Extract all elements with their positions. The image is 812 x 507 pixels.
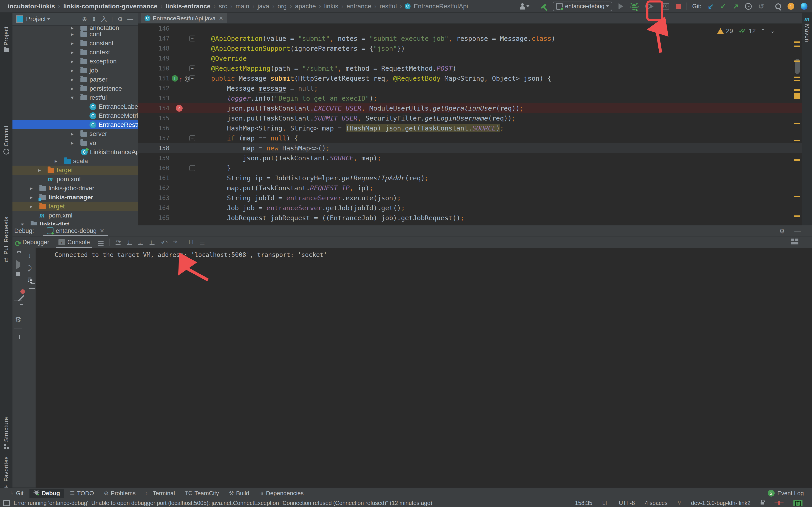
rollback-icon[interactable]: ↺ [758,2,764,11]
update-project-icon[interactable]: ↙ [708,2,714,11]
indent-setting[interactable]: 4 spaces [645,500,668,506]
gear-icon[interactable]: ⚙ [779,228,785,235]
chevron-right-icon[interactable]: ▸ [71,67,74,74]
run-config-select[interactable]: entance-debug [553,2,612,11]
stop-button[interactable] [676,4,681,9]
tree-item-context[interactable]: ▸context [12,48,138,57]
event-log-button[interactable]: 2 Event Log [768,490,804,497]
tree-item-persistence[interactable]: ▸persistence [12,84,138,93]
status-error-message[interactable]: Error running 'entance-debug': Unable to… [14,500,432,506]
fold-marker-icon[interactable]: − [189,75,195,81]
push-icon[interactable]: ↗ [733,2,739,11]
chevron-right-icon[interactable]: ▸ [71,40,74,46]
line-number[interactable]: 160 [138,163,169,173]
prev-problem-icon[interactable]: ⌃ [761,28,765,34]
tool-tab-teamcity[interactable]: TCTeamCity [181,489,223,498]
code-line-165[interactable]: 165 JobRequest jobRequest = ((EntranceJo… [138,213,802,223]
sidebar-tab-project[interactable]: Project [0,26,12,52]
chevron-down-icon[interactable]: ▾ [71,95,74,101]
code-line-156[interactable]: 156 HashMap<String, String> map = (HashM… [138,123,802,133]
file-encoding[interactable]: UTF-8 [619,500,635,506]
tool-tab-debug[interactable]: Debug [30,489,64,498]
tree-item-pom-xml[interactable]: mpom.xml [12,211,138,220]
status-console-icon[interactable] [3,500,10,506]
upgrade-icon[interactable]: ↑ [788,3,794,10]
tree-item-entrancerestfulapi[interactable]: CEntranceRestfulApi [12,120,138,129]
tree-item-target[interactable]: ▸target [12,202,138,211]
code-line-153[interactable]: 153 logger.info("Begin to get an execID"… [138,93,802,103]
tree-item-conf[interactable]: ▸conf [12,30,138,39]
run-to-cursor-icon[interactable]: ⇥ [172,239,178,245]
code-with-me-icon[interactable] [801,3,807,10]
line-number[interactable]: 165 [138,213,169,223]
chevron-right-icon[interactable]: ▸ [71,86,74,92]
settings-sliders-icon[interactable]: ⚌ [199,238,205,246]
hide-panel-icon[interactable]: — [794,228,801,235]
warning-stripe-mark[interactable] [794,159,800,161]
tree-item-server[interactable]: ▸server [12,129,138,138]
code-line-152[interactable]: 152 Message message = null; [138,83,802,93]
step-over-icon[interactable]: ↷ [115,239,121,245]
pause-icon[interactable] [16,272,20,276]
chevron-right-icon[interactable]: ▸ [30,203,33,210]
chevron-right-icon[interactable]: ▸ [55,158,57,164]
line-number[interactable]: 151 [138,73,169,83]
drop-frame-icon[interactable]: ⤺ [160,239,166,245]
line-number[interactable]: 146 [138,23,169,34]
layout-options-icon[interactable] [98,241,104,242]
history-icon[interactable] [745,3,752,10]
down-stack-icon[interactable]: ↓ [28,252,32,260]
restore-layout-icon[interactable] [791,238,798,244]
code-line-164[interactable]: 164 Job job = entranceServer.getJob(jobI… [138,203,802,213]
chevron-right-icon[interactable]: ▸ [71,131,74,137]
line-number[interactable]: 158 [138,143,169,153]
implementing-method-icon[interactable]: I [172,75,178,81]
close-icon[interactable]: ✕ [100,228,104,234]
tree-item-target[interactable]: ▸target [12,166,138,175]
breadcrumb[interactable]: incubator-linkis›linkis-computation-gove… [6,3,469,10]
close-icon[interactable]: ✕ [219,15,223,21]
build-hammer-icon[interactable] [540,5,546,7]
line-number[interactable]: 149 [138,53,169,63]
warning-stripe-mark[interactable] [794,123,800,124]
fold-marker-icon[interactable]: − [189,65,195,71]
warning-stripe-mark[interactable] [794,140,800,142]
warning-stripe-mark[interactable] [794,196,800,197]
warning-stripe-mark[interactable] [794,46,800,47]
resume-icon[interactable] [16,263,20,267]
warning-stripe-mark[interactable] [794,89,800,91]
sidebar-tab-favorites[interactable]: Favorites ★ [0,456,12,491]
warning-stripe-mark[interactable] [794,93,800,99]
debug-button[interactable] [630,1,639,11]
line-number[interactable]: 155 [138,113,169,123]
tab-console[interactable]: › Console [54,236,95,248]
breadcrumb-item[interactable]: org [278,3,287,10]
code-line-161[interactable]: 161 String ip = JobHistoryHelper.getRequ… [138,173,802,183]
breadcrumb-item[interactable]: linkis-entrance [166,3,211,10]
evaluate-expression-icon[interactable]: ⌸ [189,238,193,246]
code-line-150[interactable]: 150− @RequestMapping(path = "/submit", m… [138,63,802,73]
code-line-163[interactable]: 163 String jobId = entranceServer.execut… [138,193,802,203]
user-icon[interactable] [520,3,529,9]
code-line-162[interactable]: 162 map.put(TaskConstant.REQUEST_IP, ip)… [138,183,802,193]
gear-icon[interactable]: ⚙ [15,315,21,324]
unlock-icon[interactable] [761,502,764,505]
breadcrumb-item[interactable]: restful [380,3,397,10]
tree-item-constant[interactable]: ▸constant [12,39,138,48]
code-line-151[interactable]: 151I↑@− public Message submit(HttpServle… [138,73,802,83]
code-line-154[interactable]: 154✓ json.put(TaskConstant.EXECUTE_USER,… [138,103,802,113]
code-line-149[interactable]: 149 @Override [138,53,802,63]
breadcrumb-item[interactable]: main [236,3,249,10]
fold-marker-icon[interactable]: − [189,165,195,171]
expand-all-icon[interactable]: ⇕ [92,16,97,23]
tree-item-linkis-manager[interactable]: ▸linkis-manager [12,193,138,202]
tree-item-exception[interactable]: ▸exception [12,57,138,66]
tree-item-restful[interactable]: ▾restful [12,93,138,102]
code-line-155[interactable]: 155 json.put(TaskConstant.SUBMIT_USER, S… [138,113,802,123]
run-button[interactable] [619,3,623,9]
breadcrumb-item[interactable]: EntranceRestfulApi [414,3,468,10]
chevron-right-icon[interactable]: ▸ [71,49,74,56]
line-number[interactable]: 162 [138,183,169,193]
chevron-right-icon[interactable]: ▸ [71,76,74,83]
tool-tab-terminal[interactable]: ›_Terminal [141,489,179,498]
